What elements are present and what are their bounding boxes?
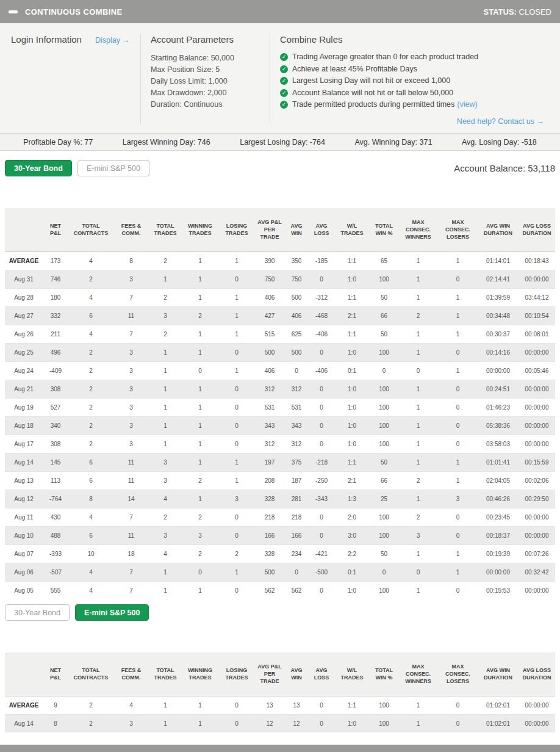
cell: 2 xyxy=(68,380,113,398)
summary-stats-bar: Profitable Day %: 77Largest Winning Day:… xyxy=(0,134,560,151)
tab-e-mini-s-p-500[interactable]: E-mini S&P 500 xyxy=(75,604,149,621)
cell: 00:00:00 xyxy=(519,508,555,526)
cell: 11 xyxy=(113,453,149,471)
cell: 113 xyxy=(43,471,68,490)
cell: 7 xyxy=(113,581,149,599)
cell: 1 xyxy=(398,325,438,343)
cell: 01:39:59 xyxy=(478,288,519,306)
table-row: Aug 114304722021821802:01002000:23:4500:… xyxy=(5,508,555,526)
cell: 0 xyxy=(218,696,255,714)
cell: 390 xyxy=(255,251,284,270)
cell: 2 xyxy=(182,471,218,490)
cell: 00:00:00 xyxy=(519,696,555,714)
cell: 1 xyxy=(149,714,182,732)
combine-rule: ✓Largest Losing Day will not hit or exce… xyxy=(280,75,545,87)
cell: 0 xyxy=(309,380,334,398)
col-winning-trades: WINNING TRADES xyxy=(182,208,218,251)
cell: 00:02:06 xyxy=(519,471,555,490)
cell: 430 xyxy=(43,508,68,526)
cell: 0 xyxy=(438,696,478,714)
cell: 00:00:00 xyxy=(519,526,555,544)
row-label: Aug 07 xyxy=(5,544,43,563)
cell: 100 xyxy=(370,526,398,544)
tab-e-mini-s-p-500[interactable]: E-mini S&P 500 xyxy=(77,160,149,176)
cell: 4 xyxy=(68,325,113,343)
collapse-icon[interactable] xyxy=(9,10,18,13)
cell: 0 xyxy=(218,581,255,599)
cell: 1:0 xyxy=(334,416,370,435)
cell: 1 xyxy=(182,380,218,398)
table-row: Aug 173082311031231201:01001003:58:0300:… xyxy=(5,435,555,453)
cell: 00:00:00 xyxy=(519,343,555,361)
table-row: Aug 14145611311197375-2181:1501101:01:41… xyxy=(5,453,555,471)
cell: 562 xyxy=(255,581,284,599)
cell: 1:0 xyxy=(334,714,370,732)
cell: 0 xyxy=(438,416,478,435)
cell: 515 xyxy=(255,325,284,343)
cell: 8 xyxy=(68,490,113,508)
cell: 187 xyxy=(284,471,309,490)
row-label-header xyxy=(5,653,43,696)
cell: 1 xyxy=(149,696,182,714)
cell: 2 xyxy=(68,270,113,288)
login-information-section: Login Information Display → xyxy=(11,34,140,123)
cell: 7 xyxy=(113,325,149,343)
check-icon: ✓ xyxy=(280,101,288,109)
next-section-bar[interactable] xyxy=(0,745,560,752)
cell: 1 xyxy=(398,251,438,270)
cell: 1 xyxy=(398,714,438,732)
col-total-win: TOTAL WIN % xyxy=(370,208,398,251)
cell: 343 xyxy=(255,416,284,435)
display-link[interactable]: Display → xyxy=(95,36,130,45)
cell: 8 xyxy=(43,714,68,732)
cell: 312 xyxy=(255,380,284,398)
cell: 3 xyxy=(438,490,478,508)
cell: 1 xyxy=(218,361,255,380)
cell: 00:14:16 xyxy=(478,343,519,361)
cell: 03:44:12 xyxy=(519,288,555,306)
row-label: Aug 05 xyxy=(5,581,43,599)
cell: 531 xyxy=(284,398,309,416)
view-link[interactable]: (view) xyxy=(457,99,477,111)
cell: 308 xyxy=(43,380,68,398)
cell: 00:46:26 xyxy=(478,490,519,508)
cell: 0 xyxy=(438,581,478,599)
cell: 0 xyxy=(370,361,398,380)
check-icon: ✓ xyxy=(280,89,288,97)
contact-us-link[interactable]: Need help? Contact us → xyxy=(457,117,544,126)
cell: 2 xyxy=(149,325,182,343)
rule-text: Account Balance will not hit or fall bel… xyxy=(292,87,453,99)
cell: 0 xyxy=(309,435,334,453)
rule-text: Largest Losing Day will not hit or excee… xyxy=(292,75,450,87)
cell: 7 xyxy=(113,508,149,526)
cell: 00:18:43 xyxy=(519,251,555,270)
combine-rules-section: Combine Rules ✓Trading Average greater t… xyxy=(270,34,554,123)
tab-30-year-bond[interactable]: 30-Year Bond xyxy=(5,160,72,176)
cell: 0 xyxy=(309,581,334,599)
cell: 1 xyxy=(398,490,438,508)
cell: 500 xyxy=(284,343,309,361)
cell: 1:1 xyxy=(334,453,370,471)
cell: 00:00:00 xyxy=(519,416,555,435)
cell: 00:00:00 xyxy=(519,581,555,599)
account-parameter: Daily Loss Limit: 1,000 xyxy=(151,76,261,87)
cell: 00:05:46 xyxy=(519,361,555,380)
cell: -764 xyxy=(43,490,68,508)
cell: 1 xyxy=(218,563,255,581)
col-avg-loss: AVG LOSS xyxy=(309,653,334,696)
cell: 0 xyxy=(309,416,334,435)
cell: 1 xyxy=(438,544,478,563)
row-label: Aug 12 xyxy=(5,490,43,508)
cell: 100 xyxy=(370,435,398,453)
cell: 2 xyxy=(68,398,113,416)
cell: -409 xyxy=(43,361,68,380)
tab-30-year-bond[interactable]: 30-Year Bond xyxy=(5,604,70,621)
cell: 11 xyxy=(113,306,149,325)
cell: 1:0 xyxy=(334,343,370,361)
cell: 25 xyxy=(370,490,398,508)
cell: 500 xyxy=(255,343,284,361)
cell: 1:0 xyxy=(334,270,370,288)
table-row: Aug 07-3931018422328234-4212:2501100:19:… xyxy=(5,544,555,563)
cell: 1:1 xyxy=(334,696,370,714)
col-total-trades: TOTAL TRADES xyxy=(149,208,182,251)
